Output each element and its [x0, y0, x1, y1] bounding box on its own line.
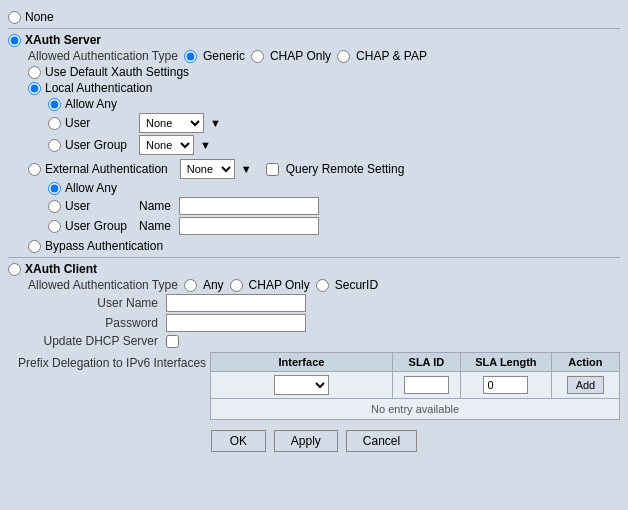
apply-button[interactable]: Apply: [274, 430, 338, 452]
update-dhcp-row: Update DHCP Server: [28, 334, 620, 348]
ext-user-group-row: User Group Name: [48, 217, 620, 235]
user-group-radio[interactable]: [48, 139, 61, 152]
use-default-radio[interactable]: [28, 66, 41, 79]
auth-type-row: Allowed Authentication Type Generic CHAP…: [28, 49, 620, 63]
interface-select[interactable]: [274, 375, 329, 395]
client-any-radio[interactable]: [184, 279, 197, 292]
allow-any-label: Allow Any: [65, 97, 117, 111]
sla-id-cell: [392, 372, 460, 399]
bypass-auth-label: Bypass Authentication: [45, 239, 163, 253]
update-dhcp-checkbox[interactable]: [166, 335, 179, 348]
client-chap-radio[interactable]: [230, 279, 243, 292]
external-auth-row: External Authentication None ▼ Query Rem…: [28, 159, 620, 179]
username-label: User Name: [28, 296, 158, 310]
main-container: None XAuth Server Allowed Authentication…: [0, 0, 628, 510]
xauth-server-radio[interactable]: [8, 34, 21, 47]
chap-pap-radio[interactable]: [337, 50, 350, 63]
user-label: User: [65, 116, 135, 130]
bypass-auth-row: Bypass Authentication: [28, 239, 620, 253]
ext-user-group-name-input[interactable]: [179, 217, 319, 235]
chap-only-radio[interactable]: [251, 50, 264, 63]
cancel-button[interactable]: Cancel: [346, 430, 417, 452]
query-remote-checkbox[interactable]: [266, 163, 279, 176]
user-radio[interactable]: [48, 117, 61, 130]
username-field-row: User Name: [28, 294, 620, 312]
ext-user-group-label: User Group: [65, 219, 135, 233]
use-default-row: Use Default Xauth Settings: [28, 65, 620, 79]
no-entry-label: No entry available: [210, 399, 620, 420]
ext-allow-any-row: Allow Any: [48, 181, 620, 195]
ext-user-radio[interactable]: [48, 200, 61, 213]
ok-button[interactable]: OK: [211, 430, 266, 452]
bottom-buttons: OK Apply Cancel: [8, 430, 620, 452]
external-auth-select[interactable]: None: [180, 159, 235, 179]
external-auth-label: External Authentication: [45, 162, 168, 176]
sla-id-input[interactable]: [404, 376, 449, 394]
ext-allow-any-radio[interactable]: [48, 182, 61, 195]
none-radio[interactable]: [8, 11, 21, 24]
xauth-server-section: XAuth Server Allowed Authentication Type…: [8, 33, 620, 253]
col-interface: Interface: [211, 353, 393, 372]
local-auth-label: Local Authentication: [45, 81, 152, 95]
client-chap-label: CHAP Only: [249, 278, 310, 292]
local-auth-row: Local Authentication: [28, 81, 620, 95]
xauth-client-row: XAuth Client: [8, 262, 620, 276]
col-action: Action: [551, 353, 619, 372]
query-remote-label: Query Remote Setting: [286, 162, 405, 176]
ext-allow-any-label: Allow Any: [65, 181, 117, 195]
update-dhcp-label: Update DHCP Server: [28, 334, 158, 348]
add-button[interactable]: Add: [567, 376, 605, 394]
user-row: User None ▼: [48, 113, 620, 133]
prefix-table-container: Interface SLA ID SLA Length Action: [210, 352, 620, 420]
allow-any-radio[interactable]: [48, 98, 61, 111]
none-label: None: [25, 10, 54, 24]
external-auth-radio[interactable]: [28, 163, 41, 176]
generic-radio[interactable]: [184, 50, 197, 63]
interface-cell: [211, 372, 393, 399]
prefix-delegation-row: Prefix Delegation to IPv6 Interfaces Int…: [18, 352, 620, 420]
xauth-client-section: XAuth Client Allowed Authentication Type…: [8, 262, 620, 420]
generic-label: Generic: [203, 49, 245, 63]
prefix-table: Interface SLA ID SLA Length Action: [210, 352, 620, 399]
col-sla-length: SLA Length: [460, 353, 551, 372]
xauth-server-label: XAuth Server: [25, 33, 101, 47]
table-input-row: Add: [211, 372, 620, 399]
username-input[interactable]: [166, 294, 306, 312]
client-any-label: Any: [203, 278, 224, 292]
xauth-client-label: XAuth Client: [25, 262, 97, 276]
use-default-label: Use Default Xauth Settings: [45, 65, 189, 79]
xauth-server-row: XAuth Server: [8, 33, 620, 47]
prefix-delegation-label: Prefix Delegation to IPv6 Interfaces: [18, 352, 206, 370]
ext-group-name-label: Name: [139, 219, 171, 233]
client-securid-label: SecurID: [335, 278, 378, 292]
divider-2: [8, 257, 620, 258]
client-auth-type-label: Allowed Authentication Type: [28, 278, 178, 292]
none-section: None: [8, 10, 620, 24]
password-label: Password: [28, 316, 158, 330]
user-group-label: User Group: [65, 138, 135, 152]
ext-user-name-label: Name: [139, 199, 171, 213]
bypass-auth-radio[interactable]: [28, 240, 41, 253]
chap-pap-label: CHAP & PAP: [356, 49, 427, 63]
xauth-client-radio[interactable]: [8, 263, 21, 276]
col-sla-id: SLA ID: [392, 353, 460, 372]
ext-user-name-input[interactable]: [179, 197, 319, 215]
allow-any-row: Allow Any: [48, 97, 620, 111]
ext-user-group-radio[interactable]: [48, 220, 61, 233]
ext-user-row: User Name: [48, 197, 620, 215]
chap-only-label: CHAP Only: [270, 49, 331, 63]
user-group-row: User Group None ▼: [48, 135, 620, 155]
divider-1: [8, 28, 620, 29]
add-button-cell: Add: [551, 372, 619, 399]
client-securid-radio[interactable]: [316, 279, 329, 292]
sla-length-cell: [460, 372, 551, 399]
client-auth-type-row: Allowed Authentication Type Any CHAP Onl…: [28, 278, 620, 292]
password-field-row: Password: [28, 314, 620, 332]
sla-length-input[interactable]: [483, 376, 528, 394]
local-auth-radio[interactable]: [28, 82, 41, 95]
user-group-select[interactable]: None: [139, 135, 194, 155]
auth-type-label: Allowed Authentication Type: [28, 49, 178, 63]
user-select[interactable]: None: [139, 113, 204, 133]
password-input[interactable]: [166, 314, 306, 332]
ext-user-label: User: [65, 199, 135, 213]
